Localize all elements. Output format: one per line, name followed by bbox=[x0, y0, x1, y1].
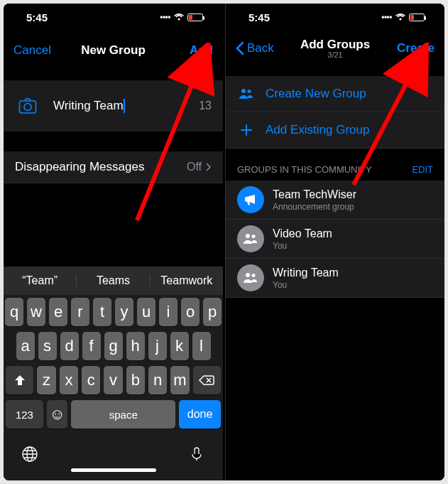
battery-icon bbox=[409, 14, 425, 21]
add-existing-group-row[interactable]: Add Existing Group bbox=[226, 112, 444, 149]
group-subtitle: You bbox=[273, 280, 339, 290]
create-new-group-label: Create New Group bbox=[266, 87, 366, 101]
section-header-label: GROUPS IN THIS COMMUNITY bbox=[237, 164, 372, 175]
key-l[interactable]: l bbox=[192, 332, 211, 360]
suggestion-0[interactable]: “Team” bbox=[4, 274, 77, 287]
cellular-icon: •••• bbox=[381, 12, 392, 22]
keyboard-suggestions: “Team” Teams Teamwork bbox=[4, 267, 223, 295]
group-icon bbox=[237, 85, 256, 103]
group-name: Video Team bbox=[273, 227, 332, 240]
back-button[interactable]: Back bbox=[247, 41, 274, 55]
key-space[interactable]: space bbox=[71, 400, 175, 429]
key-w[interactable]: w bbox=[27, 298, 45, 326]
key-p[interactable]: p bbox=[203, 298, 222, 326]
svg-point-11 bbox=[252, 274, 256, 277]
key-backspace[interactable] bbox=[193, 366, 221, 394]
key-done[interactable]: done bbox=[179, 400, 221, 429]
svg-rect-0 bbox=[20, 101, 36, 113]
key-z[interactable]: z bbox=[37, 366, 55, 394]
group-name: Team TechWiser bbox=[273, 188, 356, 201]
home-indicator[interactable] bbox=[71, 468, 156, 472]
mic-icon[interactable] bbox=[188, 446, 205, 463]
key-s[interactable]: s bbox=[38, 332, 57, 360]
battery-icon bbox=[187, 14, 203, 21]
left-screen: 5:45 •••• Cancel New Group Add Writing T… bbox=[4, 4, 223, 480]
people-icon bbox=[237, 264, 264, 291]
cancel-button[interactable]: Cancel bbox=[13, 43, 51, 58]
nav-bar: Cancel New Group Add bbox=[4, 35, 223, 66]
add-existing-group-label: Add Existing Group bbox=[266, 123, 369, 137]
key-m[interactable]: m bbox=[170, 366, 189, 394]
suggestion-2[interactable]: Teamwork bbox=[151, 274, 223, 287]
group-subtitle: You bbox=[273, 241, 332, 251]
key-y[interactable]: y bbox=[115, 298, 133, 326]
svg-point-6 bbox=[241, 89, 246, 93]
key-shift[interactable] bbox=[6, 366, 33, 394]
suggestion-1[interactable]: Teams bbox=[77, 274, 150, 287]
key-t[interactable]: t bbox=[93, 298, 111, 326]
key-b[interactable]: b bbox=[126, 366, 145, 394]
group-name: Writing Team bbox=[273, 267, 339, 279]
key-g[interactable]: g bbox=[104, 332, 123, 360]
svg-point-7 bbox=[248, 90, 251, 93]
nav-subtitle: 3/21 bbox=[327, 50, 342, 59]
status-bar: 5:45 •••• bbox=[226, 4, 444, 31]
plus-icon bbox=[237, 121, 256, 139]
char-remaining: 13 bbox=[199, 100, 212, 112]
key-a[interactable]: a bbox=[16, 332, 35, 360]
group-name-row: Writing Team 13 bbox=[4, 80, 223, 131]
nav-bar: Back Add Groups 3/21 Create bbox=[226, 31, 444, 66]
globe-icon[interactable] bbox=[21, 446, 38, 463]
section-header: GROUPS IN THIS COMMUNITY EDIT bbox=[226, 149, 444, 181]
chevron-right-icon bbox=[206, 163, 212, 171]
key-i[interactable]: i bbox=[159, 298, 177, 326]
key-j[interactable]: j bbox=[148, 332, 167, 360]
create-button[interactable]: Create bbox=[397, 41, 435, 55]
wifi-icon bbox=[173, 11, 185, 23]
status-bar: 5:45 •••• bbox=[4, 4, 223, 31]
key-v[interactable]: v bbox=[104, 366, 122, 394]
key-x[interactable]: x bbox=[60, 366, 78, 394]
group-item-2[interactable]: Writing Team You bbox=[226, 259, 444, 298]
nav-title: New Group bbox=[56, 43, 170, 58]
key-emoji[interactable]: ☺ bbox=[47, 400, 67, 429]
create-new-group-row[interactable]: Create New Group bbox=[226, 76, 444, 112]
cellular-icon: •••• bbox=[160, 12, 170, 22]
keyboard: q w e r t y u i o p a s d f g h j k l bbox=[4, 295, 223, 480]
group-item-0[interactable]: Team TechWiser Announcement group bbox=[226, 181, 444, 220]
key-k[interactable]: k bbox=[170, 332, 189, 360]
key-u[interactable]: u bbox=[137, 298, 155, 326]
key-f[interactable]: f bbox=[82, 332, 101, 360]
megaphone-icon bbox=[237, 186, 264, 213]
camera-icon[interactable] bbox=[15, 93, 40, 119]
key-123[interactable]: 123 bbox=[6, 400, 43, 429]
svg-point-9 bbox=[252, 235, 256, 238]
key-c[interactable]: c bbox=[82, 366, 100, 394]
key-n[interactable]: n bbox=[148, 366, 167, 394]
disappearing-label: Disappearing Messages bbox=[15, 160, 187, 174]
key-d[interactable]: d bbox=[60, 332, 79, 360]
wifi-icon bbox=[395, 11, 406, 23]
key-h[interactable]: h bbox=[126, 332, 145, 360]
key-e[interactable]: e bbox=[49, 298, 67, 326]
nav-title: Add Groups bbox=[300, 38, 370, 52]
right-screen: 5:45 •••• Back Add Groups 3/21 Create Cr… bbox=[225, 4, 444, 480]
chevron-left-icon bbox=[236, 41, 244, 55]
key-q[interactable]: q bbox=[5, 298, 23, 326]
people-icon bbox=[237, 225, 264, 252]
key-o[interactable]: o bbox=[181, 298, 200, 326]
group-name-input[interactable]: Writing Team bbox=[40, 99, 193, 114]
status-time: 5:45 bbox=[246, 11, 270, 23]
disappearing-value: Off bbox=[187, 161, 202, 173]
group-item-1[interactable]: Video Team You bbox=[226, 220, 444, 259]
svg-point-8 bbox=[246, 234, 250, 238]
svg-point-10 bbox=[246, 273, 250, 277]
status-time: 5:45 bbox=[23, 11, 48, 23]
key-r[interactable]: r bbox=[71, 298, 89, 326]
disappearing-messages-row[interactable]: Disappearing Messages Off bbox=[4, 151, 223, 183]
edit-button[interactable]: EDIT bbox=[412, 164, 433, 175]
group-subtitle: Announcement group bbox=[273, 202, 356, 212]
svg-point-1 bbox=[24, 104, 31, 111]
add-button[interactable]: Add bbox=[190, 43, 213, 58]
